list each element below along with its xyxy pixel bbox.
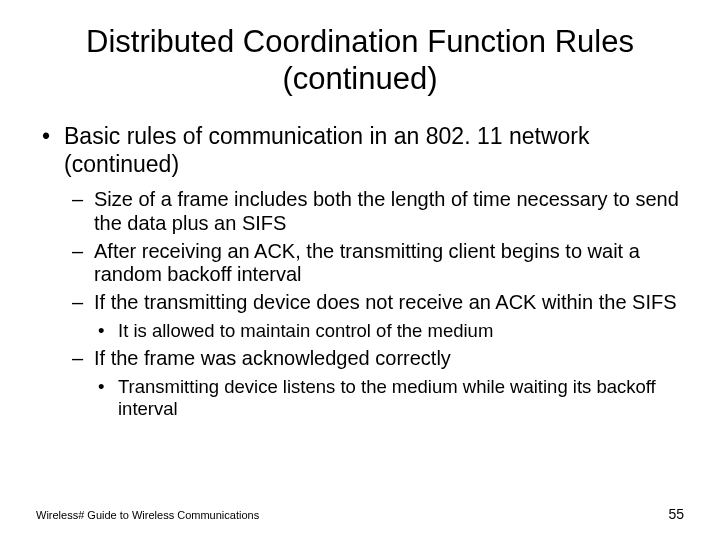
- sub-item: Size of a frame includes both the length…: [64, 188, 684, 235]
- slide-title: Distributed Coordination Function Rules …: [36, 24, 684, 97]
- subsub-item: Transmitting device listens to the mediu…: [94, 376, 684, 420]
- bullet-text: Basic rules of communication in an 802. …: [64, 123, 589, 177]
- sub-list: Size of a frame includes both the length…: [64, 188, 684, 420]
- sub-text: After receiving an ACK, the transmitting…: [94, 240, 640, 286]
- sub-text: Size of a frame includes both the length…: [94, 188, 679, 234]
- subsub-item: It is allowed to maintain control of the…: [94, 320, 684, 342]
- bullet-list: Basic rules of communication in an 802. …: [36, 123, 684, 420]
- subsub-list: Transmitting device listens to the mediu…: [94, 376, 684, 420]
- sub-text: If the transmitting device does not rece…: [94, 291, 677, 313]
- subsub-text: It is allowed to maintain control of the…: [118, 320, 493, 341]
- sub-text: If the frame was acknowledged correctly: [94, 347, 451, 369]
- subsub-text: Transmitting device listens to the mediu…: [118, 376, 656, 419]
- sub-item: If the frame was acknowledged correctly …: [64, 347, 684, 421]
- footer: Wireless# Guide to Wireless Communicatio…: [36, 506, 684, 522]
- subsub-list: It is allowed to maintain control of the…: [94, 320, 684, 342]
- page-number: 55: [668, 506, 684, 522]
- sub-item: After receiving an ACK, the transmitting…: [64, 240, 684, 287]
- slide: Distributed Coordination Function Rules …: [0, 0, 720, 540]
- sub-item: If the transmitting device does not rece…: [64, 291, 684, 343]
- footer-source: Wireless# Guide to Wireless Communicatio…: [36, 509, 259, 521]
- bullet-item: Basic rules of communication in an 802. …: [36, 123, 684, 420]
